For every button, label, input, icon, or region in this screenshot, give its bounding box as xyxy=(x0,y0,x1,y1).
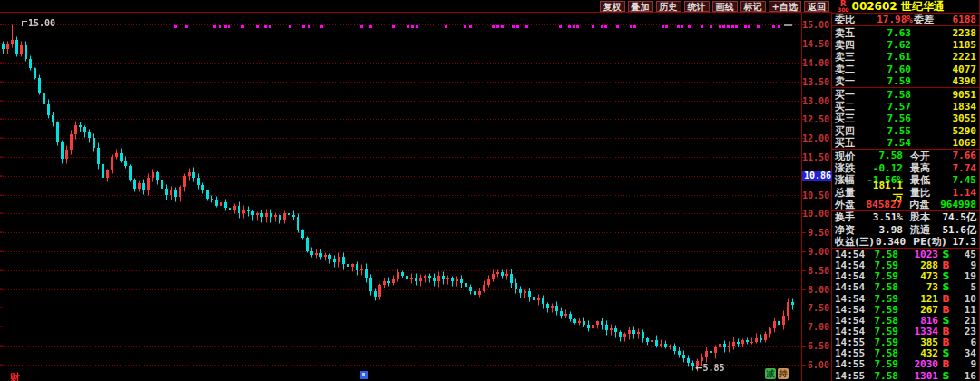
tick-price: 7.59 xyxy=(866,304,898,316)
tick-row: 14:547.59473S19 xyxy=(832,271,979,282)
bid-row[interactable]: 买四7.555290 xyxy=(832,125,979,137)
fund-value: 17.3 xyxy=(946,236,976,248)
quote-row: 涨跌-0.12最高7.74 xyxy=(832,162,979,174)
tick-price: 7.59 xyxy=(866,326,898,337)
tick-time: 14:55 xyxy=(835,370,866,381)
tick-side: B xyxy=(938,337,954,348)
level-volume: 2238 xyxy=(911,27,976,39)
level-volume: 5290 xyxy=(911,125,976,137)
bid-row[interactable]: 买一7.589051 xyxy=(832,88,979,100)
tick-side: B xyxy=(938,304,954,316)
toolbar-button-+自选[interactable]: +自选 xyxy=(769,1,801,12)
tick-row: 14:547.59121B10 xyxy=(832,293,979,304)
toolbar-button-统计[interactable]: 统计 xyxy=(684,1,710,12)
tick-side: S xyxy=(938,249,954,260)
quote-value: 7.74 xyxy=(941,162,976,174)
quote-value: 7.45 xyxy=(941,174,976,186)
level-volume: 4077 xyxy=(911,64,976,75)
tick-count: 5 xyxy=(954,281,976,293)
stock-app-window: 复权叠加历史统计画线标记+自选返回 15.00 ←5.85 减 持 财 15.0… xyxy=(0,0,980,381)
tick-volume: 1023 xyxy=(898,249,938,260)
corner-logo-fragment: 财 xyxy=(10,373,20,381)
stock-title[interactable]: R 300 002602 世纪华通 xyxy=(832,0,979,13)
level-price: 7.56 xyxy=(866,112,911,124)
note-marker-icon[interactable] xyxy=(360,371,368,379)
tick-volume: 1334 xyxy=(898,326,938,337)
tick-count: 10 xyxy=(954,293,976,305)
tick-row: 14:557.581301S16 xyxy=(832,370,979,381)
tick-count: 45 xyxy=(954,249,976,260)
tick-count: 16 xyxy=(954,370,976,381)
level-label: 卖一 xyxy=(835,74,866,88)
ask-row[interactable]: 卖五7.632238 xyxy=(832,26,979,38)
toolbar-button-返回[interactable]: 返回 xyxy=(804,1,829,12)
bid-row[interactable]: 买二7.571834 xyxy=(832,101,979,112)
fundamental-row: 收益(三)0.340PE(动)17.3 xyxy=(832,236,979,248)
tick-side: S xyxy=(938,347,954,359)
tick-price: 7.58 xyxy=(866,347,898,359)
bid-row[interactable]: 买五7.541069 xyxy=(832,137,979,149)
toolbar-button-复权[interactable]: 复权 xyxy=(600,1,625,12)
tick-count: 6 xyxy=(954,337,976,348)
fundamental-section: 换手3.51%股本74.5亿净资3.98流通51.6亿收益(三)0.340PE(… xyxy=(832,211,979,248)
axis-label: 14.50 xyxy=(802,39,829,49)
margin-index-flags: R 300 xyxy=(838,1,849,13)
candlestick-chart[interactable]: 15.00 ←5.85 减 持 财 xyxy=(0,13,801,381)
tick-volume: 816 xyxy=(898,315,938,327)
ask-row[interactable]: 卖三7.612221 xyxy=(832,51,979,63)
tick-price: 7.59 xyxy=(866,259,898,271)
tick-side: S xyxy=(938,370,954,381)
toolbar-button-画线[interactable]: 画线 xyxy=(712,1,738,12)
axis-label: 11.50 xyxy=(802,152,829,162)
quote-value: 1.14 xyxy=(941,187,976,199)
toolbar-button-历史[interactable]: 历史 xyxy=(656,1,681,12)
axis-tick xyxy=(802,327,806,327)
axis-label: 13.50 xyxy=(802,77,829,87)
tick-time: 14:55 xyxy=(835,337,866,348)
level-price: 7.54 xyxy=(866,137,911,149)
tick-side: B xyxy=(938,293,954,305)
quote-detail-section: 现价7.58今开7.66涨跌-0.12最高7.74涨幅-1.56%最低7.45总… xyxy=(832,150,979,210)
event-badge-tan[interactable]: 持 xyxy=(778,368,789,379)
tick-time: 14:54 xyxy=(835,304,866,316)
tick-row: 14:547.58816S21 xyxy=(832,315,979,326)
ask-row[interactable]: 卖四7.621185 xyxy=(832,39,979,51)
tick-count: 9 xyxy=(954,358,976,370)
ask-row[interactable]: 卖一7.594390 xyxy=(832,75,979,87)
level-price: 7.58 xyxy=(866,89,911,101)
tick-price: 7.58 xyxy=(866,370,898,381)
chart-canvas[interactable] xyxy=(0,13,801,381)
tick-volume: 121 xyxy=(898,293,938,305)
price-axis: 15.0014.5014.0013.5013.0012.5012.0011.50… xyxy=(801,13,832,381)
axis-label: 9.50 xyxy=(808,228,829,238)
tick-time: 14:54 xyxy=(835,326,866,337)
annotation-pointer-icon xyxy=(22,21,27,26)
tick-side: B xyxy=(938,358,954,370)
tick-row: 14:547.59267B11 xyxy=(832,304,979,315)
toolbar-button-叠加[interactable]: 叠加 xyxy=(628,1,653,12)
axis-cursor-price: 10.86 xyxy=(802,171,832,181)
axis-label: 7.00 xyxy=(808,322,829,332)
axis-label: 10.50 xyxy=(802,190,829,200)
fund-value: 3.98 xyxy=(866,224,903,236)
high-price-annotation: 15.00 xyxy=(22,18,55,28)
level-price: 7.59 xyxy=(866,75,911,87)
quote-row: 外盘845827内盘964998 xyxy=(832,199,979,210)
ask-row[interactable]: 卖二7.604077 xyxy=(832,64,979,75)
tick-price: 7.59 xyxy=(866,270,898,282)
tick-row: 14:557.58432S34 xyxy=(832,348,979,359)
axis-label: 8.50 xyxy=(808,266,829,276)
quote-value: 845827 xyxy=(866,199,902,210)
axis-label: 6.00 xyxy=(808,360,829,370)
stock-name: 世纪华通 xyxy=(901,0,945,13)
toolbar-button-标记[interactable]: 标记 xyxy=(740,1,766,12)
level-volume: 9051 xyxy=(911,89,976,101)
tick-time: 14:54 xyxy=(835,315,866,327)
quote-value: -0.12 xyxy=(866,162,903,174)
axis-label: 6.50 xyxy=(808,341,829,351)
bid-row[interactable]: 买三7.563055 xyxy=(832,112,979,124)
tick-side: S xyxy=(938,281,954,293)
tick-volume: 1301 xyxy=(898,370,938,381)
tick-side: B xyxy=(938,259,954,271)
event-badge-green[interactable]: 减 xyxy=(765,368,776,379)
